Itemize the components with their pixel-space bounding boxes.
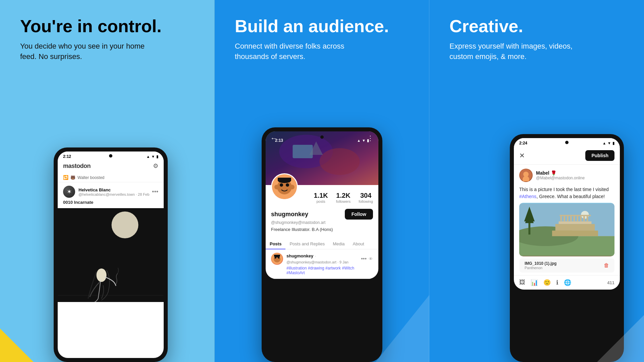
post-list-item: shugmonkey · @shugmonkey@mastodon.art · … (266, 249, 378, 279)
svg-rect-44 (552, 231, 598, 236)
file-sublabel: Panthenon (525, 266, 556, 270)
svg-point-14 (274, 185, 279, 189)
signal-icon-m: ▲ (357, 138, 361, 142)
phone-middle-container: 2:13 ▲ ▼ ▮ (262, 127, 382, 362)
hashtag-witch[interactable]: #Witch (342, 266, 354, 270)
svg-rect-38 (574, 216, 575, 222)
delete-icon[interactable]: 🗑 (604, 262, 609, 268)
svg-rect-42 (587, 216, 588, 222)
svg-rect-13 (278, 178, 291, 181)
mini-avatar-svg (272, 253, 282, 264)
post-avatar-left: ✶ (63, 186, 75, 198)
status-icons-left: ▲ ▼ ▮ (146, 155, 158, 159)
post-author-handle: @helveticablanc@merveilles.town · 28 Feb (78, 192, 152, 196)
toolbar-icons: 🖼 📊 🙂 ℹ 🌐 (519, 279, 571, 286)
cw-icon[interactable]: ℹ (556, 279, 558, 286)
compose-link[interactable]: #Athens (519, 194, 536, 199)
camera-dot-right (565, 141, 569, 144)
status-icons-middle: ▲ ▼ ▮ (357, 138, 369, 143)
tab-posts-replies[interactable]: Posts and Replies (285, 239, 329, 249)
followers-label: followers (336, 199, 351, 203)
profile-bio: Freelance Illustrator. B.A (Hons) (271, 227, 373, 232)
hashtag-mastoart[interactable]: #MastoArt (286, 270, 305, 275)
svg-point-10 (280, 183, 283, 187)
profile-name-row: shugmonkey Follow (271, 209, 373, 220)
hashtag-artwork[interactable]: #artwork (325, 266, 341, 270)
boost-bar: 🔁 🐻 Walter boosted (58, 173, 164, 182)
svg-rect-39 (577, 216, 578, 222)
svg-rect-40 (580, 216, 582, 222)
image-icon[interactable]: 🖼 (519, 279, 525, 286)
gear-icon[interactable]: ⚙ (153, 162, 158, 170)
tab-posts[interactable]: Posts (266, 239, 285, 249)
time-middle: 2:13 (275, 138, 283, 143)
post-card-left: ✶ Helvetica Blanc @helveticablanc@mervei… (58, 182, 164, 208)
post-list-handle: · (315, 254, 316, 258)
panel-right: Creative. Express yourself with images, … (429, 0, 644, 362)
publish-button[interactable]: Publish (585, 150, 614, 161)
compose-user-handle: @Mabel@mastodon.online (536, 176, 585, 180)
post-header: ✶ Helvetica Blanc @helveticablanc@mervei… (63, 186, 158, 198)
emoji-icon[interactable]: 🙂 (543, 279, 551, 286)
compose-toolbar: 🖼 📊 🙂 ℹ 🌐 411 (514, 275, 620, 290)
close-button[interactable]: ✕ (519, 152, 525, 160)
svg-rect-34 (560, 216, 562, 222)
panel-middle-subtitle: Connect with diverse folks across thousa… (235, 41, 362, 62)
phone-right-container: 2:24 ▲ ▼ ▮ ✕ Publish (510, 134, 624, 362)
compose-avatar-svg (520, 169, 532, 181)
post-eye-icon: 👁 (369, 256, 373, 261)
svg-point-11 (286, 183, 289, 187)
globe-icon[interactable]: 🌐 (564, 279, 571, 286)
hashtag-drawing[interactable]: #drawing (308, 266, 324, 270)
phone-right: 2:24 ▲ ▼ ▮ ✕ Publish (510, 134, 624, 362)
svg-rect-36 (567, 216, 569, 222)
posts-count: 1.1K (314, 192, 328, 199)
svg-rect-21 (274, 255, 280, 256)
phone-left-container: 2:12 ▲ ▼ ▮ mastodon ⚙ 🔁 🐻 (27, 147, 141, 362)
profile-avatar-wrap (271, 173, 298, 200)
wifi-icon-m: ▼ (362, 138, 366, 142)
time-right: 2:24 (519, 141, 527, 145)
following-count: 304 (359, 192, 373, 199)
phone-right-screen: 2:24 ▲ ▼ ▮ ✕ Publish (514, 138, 620, 290)
svg-point-1 (112, 212, 139, 238)
panel-right-title: Creative. (449, 17, 624, 36)
compose-text-after: , Greece. What a beautiful place! (536, 194, 605, 199)
panel-left-title: You're in control. (20, 17, 195, 36)
panel-left: You're in control. You decide who you se… (0, 0, 215, 362)
svg-rect-35 (564, 216, 565, 222)
post-list-text: #illustration #drawing #artwork #Witch #… (286, 266, 373, 275)
phone-left-screen: 2:12 ▲ ▼ ▮ mastodon ⚙ 🔁 🐻 (58, 152, 164, 358)
poll-icon[interactable]: 📊 (531, 279, 538, 286)
svg-rect-33 (559, 215, 591, 216)
compose-text-before: This is a picture I took the last time I… (519, 187, 609, 192)
white-decoration-middle (376, 295, 429, 362)
stat-following: 304 following (359, 192, 373, 203)
hashtag-illustration[interactable]: #illustration (286, 266, 307, 270)
tab-about[interactable]: About (349, 239, 368, 249)
file-name: IMG_1010 (1).jpg (525, 261, 556, 266)
svg-point-15 (290, 185, 294, 189)
tab-media[interactable]: Media (329, 239, 348, 249)
post-list-name: shugmonkey (286, 253, 313, 258)
camera-dot-left (109, 154, 112, 158)
svg-rect-6 (293, 145, 313, 158)
char-count: 411 (607, 280, 614, 285)
svg-rect-41 (583, 216, 585, 222)
profile-handle: @shugmonkey@mastodon.art (271, 220, 373, 225)
file-info: IMG_1010 (1).jpg Panthenon 🗑 (519, 258, 614, 273)
acropolis-scene (519, 203, 614, 256)
boost-text: Walter boosted (77, 175, 104, 180)
compose-user-name: Mabel 🌹 (536, 170, 585, 176)
following-label: following (359, 199, 373, 203)
battery-icon-r: ▮ (612, 141, 614, 145)
acropolis-svg (519, 203, 614, 256)
compose-text: This is a picture I took the last time I… (514, 185, 620, 203)
battery-icon-m: ▮ (367, 138, 369, 143)
compose-header: ✕ Publish (514, 147, 620, 165)
post-more-dots-icon[interactable]: ••• (361, 256, 367, 262)
svg-point-5 (320, 148, 360, 175)
svg-point-2 (97, 268, 107, 282)
post-more-icon[interactable]: ••• (152, 188, 158, 195)
follow-button[interactable]: Follow (345, 209, 373, 220)
